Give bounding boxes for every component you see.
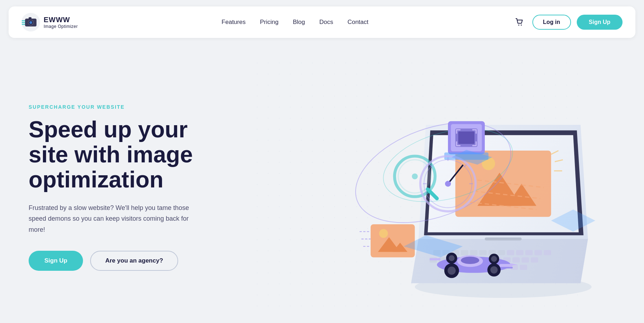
svg-point-9 bbox=[518, 25, 519, 26]
svg-point-101 bbox=[449, 255, 454, 261]
signup-nav-button[interactable]: Sign Up bbox=[577, 15, 623, 30]
svg-rect-60 bbox=[456, 129, 457, 133]
signup-hero-button[interactable]: Sign Up bbox=[29, 251, 83, 271]
svg-rect-64 bbox=[456, 141, 457, 146]
nav-link-features[interactable]: Features bbox=[221, 19, 245, 26]
svg-point-97 bbox=[491, 256, 497, 261]
logo-text: EWWW Image Optimizer bbox=[44, 16, 78, 29]
logo: EWWW Image Optimizer bbox=[21, 13, 78, 31]
nav-link-blog[interactable]: Blog bbox=[293, 19, 305, 26]
svg-rect-92 bbox=[502, 267, 513, 268]
hero-eyebrow: SUPERCHARGE YOUR WEBSITE bbox=[29, 104, 229, 110]
cart-button[interactable] bbox=[512, 15, 527, 29]
nav-link-contact[interactable]: Contact bbox=[347, 19, 369, 26]
svg-point-99 bbox=[448, 266, 456, 275]
svg-point-84 bbox=[379, 229, 388, 238]
hero-title: Speed up your site with image optimizati… bbox=[29, 117, 229, 192]
brand-name: EWWW bbox=[44, 16, 78, 24]
hero-description: Frustrated by a slow website? We'll help… bbox=[29, 202, 200, 235]
hero-illustration bbox=[229, 62, 615, 313]
hero-content: SUPERCHARGE YOUR WEBSITE Speed up your s… bbox=[29, 104, 229, 271]
svg-point-90 bbox=[461, 257, 479, 264]
svg-rect-93 bbox=[430, 258, 441, 260]
nav-link-docs[interactable]: Docs bbox=[319, 19, 333, 26]
svg-rect-81 bbox=[371, 224, 415, 258]
navbar: EWWW Image Optimizer Features Pricing Bl… bbox=[9, 6, 635, 38]
agency-button[interactable]: Are you an agency? bbox=[90, 251, 178, 271]
nav-actions: Log in Sign Up bbox=[512, 15, 623, 30]
hero-section: SUPERCHARGE YOUR WEBSITE Speed up your s… bbox=[0, 44, 644, 316]
nav-link-pricing[interactable]: Pricing bbox=[260, 19, 278, 26]
svg-rect-66 bbox=[475, 141, 477, 146]
svg-point-4 bbox=[29, 21, 32, 24]
svg-point-95 bbox=[490, 266, 498, 274]
svg-point-75 bbox=[445, 181, 451, 186]
hero-illustration-svg bbox=[229, 62, 615, 313]
svg-rect-91 bbox=[499, 264, 512, 267]
hero-buttons: Sign Up Are you an agency? bbox=[29, 251, 229, 271]
cart-icon bbox=[514, 17, 525, 27]
svg-rect-62 bbox=[475, 129, 477, 133]
svg-point-10 bbox=[521, 25, 522, 26]
svg-rect-8 bbox=[29, 17, 31, 19]
login-button[interactable]: Log in bbox=[532, 15, 571, 30]
logo-icon bbox=[21, 13, 40, 31]
brand-subtitle: Image Optimizer bbox=[44, 24, 78, 29]
svg-rect-58 bbox=[458, 132, 474, 144]
nav-links: Features Pricing Blog Docs Contact bbox=[221, 19, 368, 26]
svg-point-71 bbox=[412, 173, 418, 179]
svg-rect-49 bbox=[485, 238, 522, 240]
